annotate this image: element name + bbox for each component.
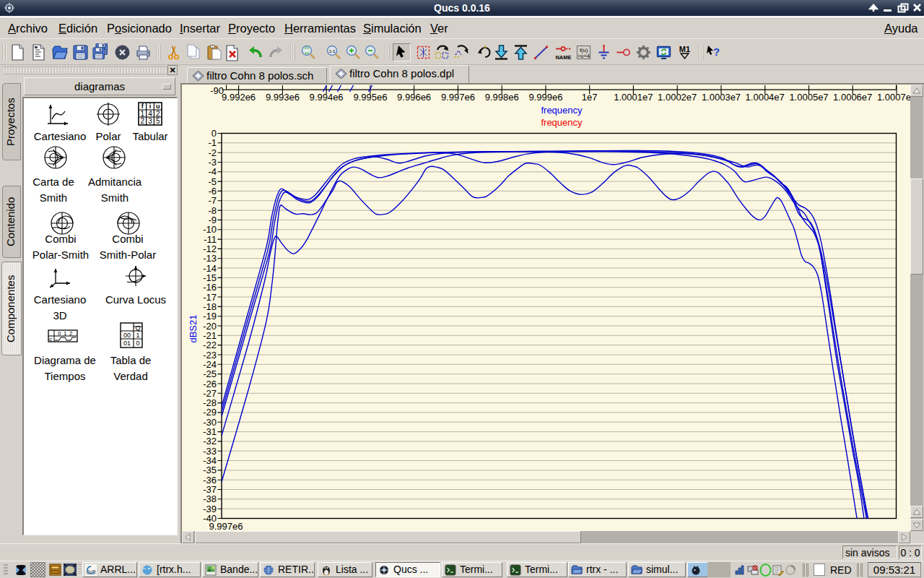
svg-text:1.0006e7: 1.0006e7 (833, 92, 872, 103)
svg-text:dBS21: dBS21 (188, 314, 199, 342)
svg-text:c: c (49, 336, 52, 342)
svg-text:1.0001e7: 1.0001e7 (614, 92, 653, 103)
svg-text:u: u (156, 103, 160, 110)
svg-text:9.999e6: 9.999e6 (528, 92, 562, 103)
svg-text:4: 4 (148, 110, 152, 118)
svg-text:2: 2 (156, 110, 160, 118)
svg-text:1.0002e7: 1.0002e7 (658, 92, 697, 103)
svg-text:0: 0 (136, 340, 139, 347)
svg-text:9.997e6: 9.997e6 (209, 521, 243, 531)
svg-text:frequency: frequency (541, 105, 583, 116)
svg-text:00: 00 (123, 332, 131, 339)
svg-text:0: 0 (58, 330, 61, 337)
svg-text:frequency: frequency (541, 117, 583, 128)
svg-text:9.994e6: 9.994e6 (310, 92, 344, 103)
svg-text:9.992e6: 9.992e6 (222, 92, 256, 103)
svg-text:1e7: 1e7 (582, 92, 598, 103)
svg-text:?: ? (713, 46, 720, 58)
svg-text:1.0007e7: 1.0007e7 (877, 92, 910, 103)
svg-text:1.0005e7: 1.0005e7 (789, 92, 828, 103)
svg-text:9.996e6: 9.996e6 (397, 92, 431, 103)
svg-text:1: 1 (64, 330, 67, 337)
svg-text:Q: Q (135, 324, 140, 332)
svg-text:2: 2 (141, 117, 145, 125)
svg-text:5: 5 (156, 117, 160, 125)
svg-text:2: 2 (69, 330, 73, 337)
svg-text:-90: -90 (210, 85, 224, 96)
svg-text:1:1: 1:1 (329, 49, 336, 53)
svg-text:9.998e6: 9.998e6 (485, 92, 519, 103)
svg-text:9.997e6: 9.997e6 (441, 92, 475, 103)
svg-text:M1: M1 (679, 45, 690, 53)
svg-text:NAME: NAME (555, 54, 571, 61)
svg-text:1.0004e7: 1.0004e7 (746, 92, 785, 103)
svg-text:=u+4: =u+4 (578, 53, 590, 59)
svg-text:1: 1 (136, 332, 139, 339)
svg-text:9.993e6: 9.993e6 (266, 92, 300, 103)
svg-text:1: 1 (141, 110, 145, 118)
svg-text:f: f (141, 103, 144, 110)
svg-text:1.0003e7: 1.0003e7 (702, 92, 741, 103)
svg-text:01: 01 (123, 340, 131, 347)
svg-text:i: i (149, 103, 152, 110)
svg-text:3: 3 (148, 117, 152, 125)
svg-text:9.995e6: 9.995e6 (353, 92, 387, 103)
